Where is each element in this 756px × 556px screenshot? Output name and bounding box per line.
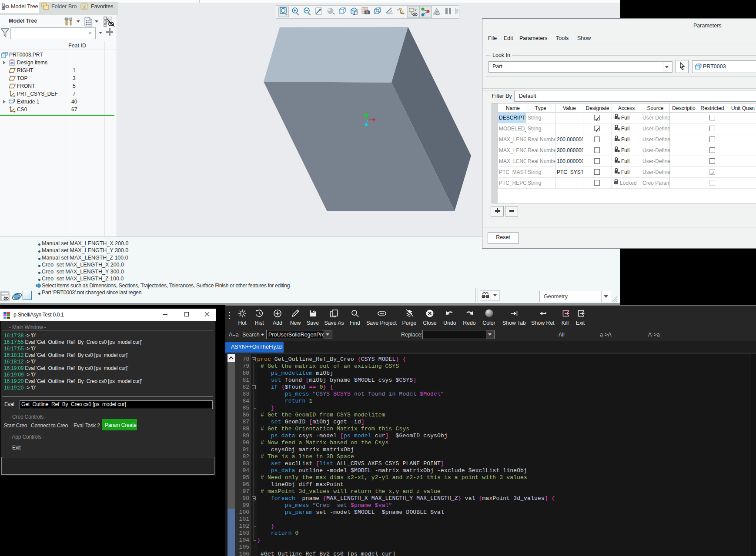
svg-text:x/: x/ [397, 8, 400, 11]
svg-text:✳: ✳ [82, 5, 85, 9]
